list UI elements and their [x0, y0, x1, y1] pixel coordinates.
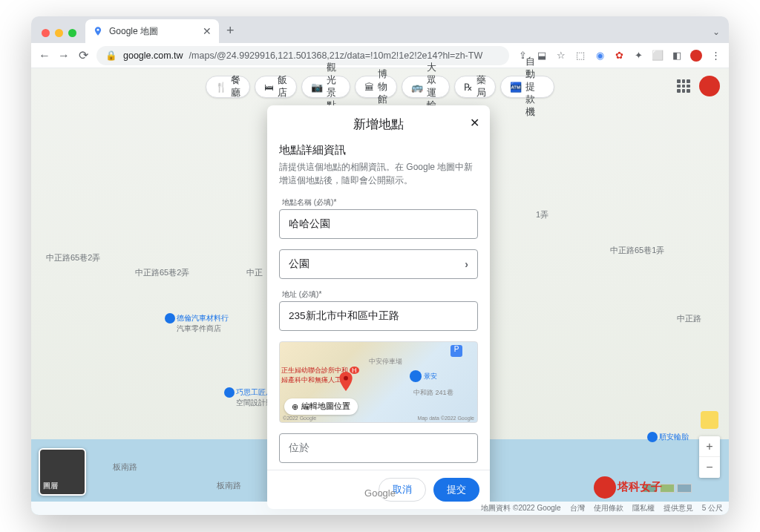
hotel-icon: 🛏 [264, 82, 274, 93]
reload-button[interactable]: ⟳ [77, 48, 89, 62]
url-path: /maps/@24.9929916,121.501368,21z/data=!1… [189, 50, 483, 61]
name-label: 地點名稱 (必填)* [282, 197, 478, 208]
layers-label: 圖層 [40, 478, 61, 494]
maps-viewport[interactable]: 中正路65巷2弄 中正路65巷2弄 中正 1弄 中正路65巷1弄 中正路 板南路… [31, 68, 729, 515]
forward-button[interactable]: → [58, 49, 70, 62]
top-right-controls [677, 76, 720, 96]
dialog-header: 新增地點 ✕ [267, 105, 490, 143]
address-bar-row: ← → ⟳ 🔒 google.com.tw/maps/@24.9929916,1… [31, 43, 729, 68]
maximize-window[interactable] [68, 29, 76, 37]
footer-scale: 5 公尺 [702, 503, 723, 513]
place-name-input[interactable]: 哈哈公園 [279, 209, 478, 239]
map-footer: 地圖資料 ©2022 Google 台灣 使用條款 隱私權 提供意見 5 公尺 [31, 502, 729, 515]
google-maps-favicon [93, 26, 103, 36]
chip-hotels[interactable]: 🛏飯店 [255, 76, 297, 98]
footer-country: 台灣 [570, 503, 585, 513]
url-host: google.com.tw [123, 50, 183, 61]
tab-bar: Google 地圖 ✕ + ⌄ [31, 16, 729, 43]
map-copyright: Map data ©2022 Google [418, 416, 474, 421]
mini-map-label: 中安停車場 [369, 357, 402, 367]
ext-icon-1[interactable]: ⬚ [574, 50, 586, 62]
atm-icon: 🏧 [510, 82, 522, 93]
url-bar[interactable]: 🔒 google.com.tw/maps/@24.9929916,121.501… [96, 46, 509, 65]
back-button[interactable]: ← [39, 49, 50, 62]
museum-icon: 🏛 [364, 82, 374, 93]
zoom-out-button[interactable]: − [699, 457, 720, 478]
dialog-title: 新增地點 [353, 116, 404, 133]
road-label: 中正路65巷2弄 [135, 267, 189, 278]
address-label: 地址 (必填)* [282, 289, 478, 300]
menu-icon[interactable]: ⋮ [710, 50, 721, 62]
cast-icon[interactable]: ⬜ [652, 50, 664, 62]
ext-icon-4[interactable]: ◧ [671, 50, 683, 62]
ext-icon-2[interactable]: ◉ [594, 50, 606, 62]
road-label: 中正路65巷2弄 [46, 252, 100, 263]
chevron-right-icon: › [465, 258, 468, 270]
located-in-input[interactable]: 位於 [279, 433, 478, 463]
layers-button[interactable]: 圖層 [39, 448, 86, 496]
parking-icon: P [451, 345, 462, 357]
dialog-close-icon[interactable]: ✕ [470, 116, 479, 130]
extensions-icon[interactable]: ✦ [632, 50, 644, 62]
new-tab-button[interactable]: + [223, 23, 238, 43]
close-window[interactable] [42, 29, 50, 37]
dialog-body: 地點詳細資訊 請提供這個地點的相關資訊。在 Google 地圖中新增這個地點後，… [267, 143, 490, 470]
svg-point-0 [97, 29, 99, 31]
star-icon[interactable]: ☆ [555, 50, 567, 62]
bus-icon: 🚌 [411, 82, 423, 93]
map-copyright: ©2022 Google [283, 416, 316, 421]
extensions-row: ⇪ ⬓ ☆ ⬚ ◉ ✿ ✦ ⬜ ◧ ⋮ [517, 50, 721, 62]
svg-point-1 [344, 376, 348, 381]
category-select[interactable]: 公園› [279, 249, 478, 279]
browser-window: Google 地圖 ✕ + ⌄ ← → ⟳ 🔒 google.com.tw/ma… [31, 16, 729, 515]
ext-icon-3[interactable]: ✿ [613, 50, 625, 62]
pharmacy-icon: ℞ [464, 82, 473, 93]
road-label: 板南路 [113, 462, 137, 473]
profile-avatar-small[interactable] [690, 50, 702, 62]
footer-privacy[interactable]: 隱私權 [632, 503, 655, 513]
account-avatar[interactable] [699, 76, 720, 96]
camera-icon: 📷 [311, 82, 323, 93]
lock-icon: 🔒 [105, 50, 117, 61]
road-label: 中正 [246, 267, 263, 278]
tab-title: Google 地圖 [109, 25, 158, 38]
category-chips: 🍴餐廳 🛏飯店 📷觀光景點 🏛博物館 🚌大眾運輸 ℞藥局 🏧自動提款機 [206, 76, 554, 98]
chip-museums[interactable]: 🏛博物館 [355, 76, 397, 98]
section-title: 地點詳細資訊 [279, 143, 478, 157]
close-tab-icon[interactable]: ✕ [203, 25, 212, 37]
submit-button[interactable]: 提交 [433, 478, 479, 502]
mini-map[interactable]: P 中安停車場 正生婦幼聯合診所中和H婦產科中和無痛人工… 景安 中和路 241… [279, 341, 478, 423]
road-label: 中正路65巷1弄 [610, 245, 664, 256]
add-place-dialog: 新增地點 ✕ 地點詳細資訊 請提供這個地點的相關資訊。在 Google 地圖中新… [267, 105, 490, 509]
edit-location-button[interactable]: ⊕編輯地圖位置 [284, 398, 358, 415]
chip-transit[interactable]: 🚌大眾運輸 [402, 76, 451, 98]
chip-atm[interactable]: 🏧自動提款機 [500, 76, 554, 98]
road-label: 中正路 [677, 313, 701, 324]
road-label: 板南路 [217, 480, 241, 491]
target-icon: ⊕ [292, 402, 298, 411]
section-description: 請提供這個地點的相關資訊。在 Google 地圖中新增這個地點後，隨即會公開顯示… [279, 160, 478, 187]
chip-pharmacy[interactable]: ℞藥局 [454, 76, 496, 98]
footer-data: 地圖資料 ©2022 Google [481, 503, 560, 513]
chip-attractions[interactable]: 📷觀光景點 [301, 76, 350, 98]
road-label: 1弄 [536, 209, 548, 220]
map-pin-icon [339, 372, 353, 391]
poi[interactable]: 德倫汽車材料行汽車零件商店 [165, 313, 229, 334]
google-apps-icon[interactable] [677, 79, 690, 93]
tabs-dropdown-icon[interactable]: ⌄ [704, 27, 729, 43]
chip-restaurants[interactable]: 🍴餐廳 [206, 76, 250, 98]
watermark-brand: 塔科女子 [594, 476, 662, 499]
restaurant-icon: 🍴 [215, 82, 227, 93]
google-logo: Google [364, 487, 396, 499]
station-icon [410, 370, 422, 382]
mini-map-label: 中和路 241巷 [413, 388, 453, 398]
address-input[interactable]: 235新北市中和區中正路 [279, 301, 478, 331]
minimize-window[interactable] [55, 29, 63, 37]
window-controls [39, 29, 81, 43]
pegman-icon[interactable] [701, 411, 718, 429]
footer-terms[interactable]: 使用條款 [594, 503, 623, 513]
poi[interactable]: 順安輪胎 [647, 432, 689, 442]
browser-tab[interactable]: Google 地圖 ✕ [85, 19, 219, 43]
footer-feedback[interactable]: 提供意見 [664, 503, 693, 513]
zoom-in-button[interactable]: + [699, 436, 720, 457]
